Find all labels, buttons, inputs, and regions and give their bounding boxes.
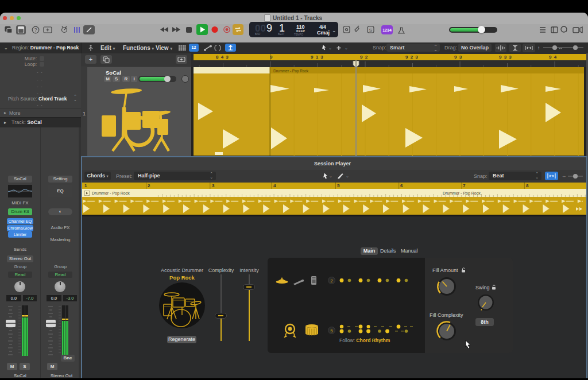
svg-text:⌄: ⌄ (328, 46, 332, 50)
svg-text:Drummer - Pop Rock: Drummer - Pop Rock (273, 69, 309, 73)
svg-text:1234: 1234 (382, 28, 392, 32)
svg-text:⌄: ⌄ (345, 46, 348, 50)
svg-text:⌄: ⌄ (329, 174, 332, 178)
svg-text:?: ? (34, 27, 37, 33)
svg-text:⌄: ⌄ (346, 174, 349, 178)
svg-text:S: S (369, 28, 372, 33)
